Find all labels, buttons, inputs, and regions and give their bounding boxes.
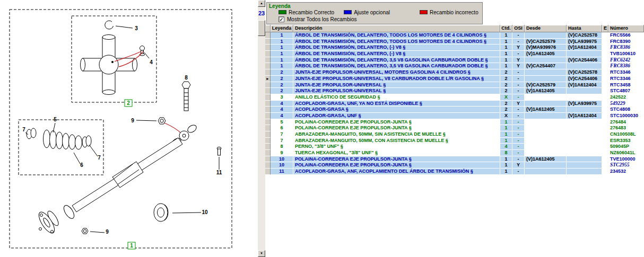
cell-desde: (V)CA254407 bbox=[525, 63, 567, 69]
cell-hasta bbox=[567, 162, 602, 169]
cell-numero: TVE100000 bbox=[608, 156, 644, 163]
cell-ctd: 8 bbox=[500, 150, 512, 156]
cell-osi: - bbox=[512, 76, 525, 82]
table-row[interactable]: 4ACOPLADOR-GRASA, UNF, YA NO ESTÁ DISPON… bbox=[265, 101, 644, 107]
table-row[interactable]: 11ACOPLADOR-GRASA, ANF, ACOPLAMIENTO DEL… bbox=[265, 169, 644, 175]
cell-desde: (V)CA252579 bbox=[525, 39, 567, 45]
cell-leyenda: 1 bbox=[271, 57, 293, 64]
propshaft-diagram: 3 4 8 9 5 7 7 6 11 10 9 2 1 bbox=[0, 0, 257, 257]
cell-hasta bbox=[567, 94, 602, 101]
legend-item: Ajuste opcional bbox=[344, 10, 390, 15]
cell-ctd: 2 bbox=[500, 82, 512, 88]
callout-8: 8 bbox=[185, 75, 188, 81]
table-row[interactable]: 1ÁRBOL DE TRANSMISIÓN, DELANTERO, (-) V8… bbox=[265, 45, 644, 51]
cell-hasta bbox=[567, 138, 602, 144]
table-row[interactable]: 2JUNTA-EJE PROPULSOR-UNIVERSAL, MOTORES … bbox=[265, 69, 644, 76]
cell-e bbox=[602, 125, 608, 131]
table-row[interactable]: 6POLAINA-CORREDERA EJE PROPULSOR-JUNTA §… bbox=[265, 125, 644, 131]
legend-item: Recambio incorrecto bbox=[420, 10, 478, 15]
cell-numero: STC2955 bbox=[608, 162, 644, 169]
cell-e bbox=[602, 169, 608, 175]
cell-descripcion: ÁRBOL DE TRANSMISIÓN, DELANTERO, 3,5 V8 … bbox=[293, 57, 500, 64]
table-row[interactable]: 5POLAINA-CORREDERA EJE PROPULSOR-JUNTA §… bbox=[265, 119, 644, 126]
table-row[interactable]: 7ABRAZADERA-MANGUITO, 50MM, SIN ASISTENC… bbox=[265, 131, 644, 138]
callout-5: 5 bbox=[54, 117, 57, 122]
cell-descripcion: ACOPLADOR-GRASA § bbox=[293, 107, 500, 113]
callout-4: 4 bbox=[150, 59, 153, 65]
cell-numero: FRC8390 bbox=[608, 39, 644, 45]
cell-e bbox=[602, 131, 608, 138]
cell-e bbox=[602, 57, 608, 64]
scroll-down-button[interactable]: ▼ bbox=[258, 250, 265, 257]
legend-title: Leyenda bbox=[267, 3, 482, 9]
cell-osi: - bbox=[512, 169, 525, 175]
row-marker: ► bbox=[265, 76, 271, 82]
cell-numero: RTC3458 bbox=[608, 82, 644, 88]
cell-desde bbox=[525, 57, 567, 64]
cell-descripcion: ACOPLADOR-GRASA, UNF § bbox=[293, 113, 500, 119]
header-osi: OSI bbox=[512, 25, 525, 32]
table-row[interactable]: 1ÁRBOL DE TRANSMISIÓN, DELANTERO, 3,5 V8… bbox=[265, 63, 644, 69]
cell-desde bbox=[525, 162, 567, 169]
cell-ctd: 1 bbox=[500, 57, 512, 64]
table-row[interactable]: 4ACOPLADOR-GRASA §2-(V)1A612405STC4808 bbox=[265, 107, 644, 113]
cell-descripcion: ABRAZADERA-MANGUITO, 50MM, SIN ASISTENCI… bbox=[293, 131, 500, 138]
row-marker bbox=[265, 150, 271, 156]
table-row[interactable]: 1ÁRBOL DE TRANSMISIÓN, DELANTERO, TODOS … bbox=[265, 39, 644, 45]
cell-osi: Y bbox=[512, 101, 525, 107]
cell-numero: NZ606041L bbox=[608, 150, 644, 156]
table-row[interactable]: 10POLAINA-CORREDERA EJE PROPULSOR-JUNTA … bbox=[265, 162, 644, 169]
cell-numero: RTC3346 bbox=[608, 76, 644, 82]
table-row[interactable]: 8PERNO, "3/8" UNF" §4-509045P bbox=[265, 144, 644, 150]
cell-osi: - bbox=[512, 125, 525, 131]
cell-leyenda: 1 bbox=[271, 51, 293, 57]
cell-e bbox=[602, 88, 608, 94]
row-marker bbox=[265, 156, 271, 163]
cell-descripcion: JUNTA-EJE PROPULSOR-UNIVERSAL, MOTORES G… bbox=[293, 69, 500, 76]
cell-leyenda: 10 bbox=[271, 162, 293, 169]
cell-desde: (V)CA252579 bbox=[525, 82, 567, 88]
table-row[interactable]: 10POLAINA-CORREDERA EJE PROPULSOR-JUNTA … bbox=[265, 156, 644, 163]
cell-desde bbox=[525, 101, 567, 107]
cell-numero: CN100508L bbox=[608, 131, 644, 138]
table-row[interactable]: 2JUNTA-EJE PROPULSOR-UNIVERSAL §2-(V)1A6… bbox=[265, 88, 644, 94]
cell-hasta bbox=[567, 131, 602, 138]
scroll-up-button[interactable]: ▲ bbox=[258, 0, 265, 7]
table-row[interactable]: 7ABRAZADERA-MANGUITO, 50MM, CON ASISTENC… bbox=[265, 138, 644, 144]
cell-osi: - bbox=[512, 150, 525, 156]
scrollbar-thumb[interactable] bbox=[258, 20, 265, 36]
table-row[interactable]: 1ÁRBOL DE TRANSMISIÓN, DELANTERO, TODOS … bbox=[265, 32, 644, 39]
row-marker bbox=[265, 88, 271, 94]
cell-osi: - bbox=[512, 119, 525, 126]
nut-9-upper bbox=[136, 118, 166, 124]
cell-osi: - bbox=[512, 82, 525, 88]
hotspot-label-1[interactable]: 1 bbox=[128, 242, 135, 249]
cell-descripcion: ACOPLADOR-GRASA, ANF, ACOPLAMIENTO DEL Á… bbox=[293, 169, 500, 175]
table-header: Leyenda Descripción Ctd. OSI Desde Hasta… bbox=[265, 25, 644, 32]
vertical-scrollbar[interactable]: ▲ ▼ bbox=[258, 0, 265, 257]
table-row[interactable]: 9TUERCA HEXAGONAL, "3/8" UNF" §8-NZ60604… bbox=[265, 150, 644, 156]
table-row[interactable]: 3ANILLO ELÁSTICO DE SEGURIDAD §X-242522 bbox=[265, 94, 644, 101]
cell-hasta: (V)1A612404 bbox=[567, 82, 602, 88]
cell-ctd: 1 bbox=[500, 39, 512, 45]
legend-swatch bbox=[344, 10, 352, 14]
cell-ctd: 2 bbox=[500, 101, 512, 107]
show-all-checkbox[interactable]: ✓ bbox=[279, 16, 284, 22]
cell-numero: 242522 bbox=[608, 94, 644, 101]
cell-desde bbox=[525, 131, 567, 138]
legend-items: Recambio CorrectoAjuste opcionalRecambio… bbox=[267, 9, 482, 15]
cell-e bbox=[602, 94, 608, 101]
cell-desde: (V)1A612405 bbox=[525, 107, 567, 113]
table-row[interactable]: 1ÁRBOL DE TRANSMISIÓN, DELANTERO, 3,5 V8… bbox=[265, 57, 644, 64]
table-row[interactable]: 1ÁRBOL DE TRANSMISIÓN, DELANTERO, (-) V8… bbox=[265, 51, 644, 57]
table-row[interactable]: ►2JUNTA-EJE PROPULSOR-UNIVERSAL, V8 CARB… bbox=[265, 76, 644, 82]
row-marker bbox=[265, 138, 271, 144]
cell-ctd: 1 bbox=[500, 131, 512, 138]
cell-e bbox=[602, 144, 608, 150]
cell-osi: - bbox=[512, 131, 525, 138]
table-row[interactable]: 4ACOPLADOR-GRASA, UNF §X-(V)1A612404STC1… bbox=[265, 113, 644, 119]
hotspot-label-2[interactable]: 2 bbox=[125, 100, 132, 107]
parts-table: Leyenda Descripción Ctd. OSI Desde Hasta… bbox=[265, 25, 644, 175]
cell-desde: (V)1A612405 bbox=[525, 156, 567, 163]
table-row[interactable]: 2JUNTA-EJE PROPULSOR-UNIVERSAL §2-(V)CA2… bbox=[265, 82, 644, 88]
